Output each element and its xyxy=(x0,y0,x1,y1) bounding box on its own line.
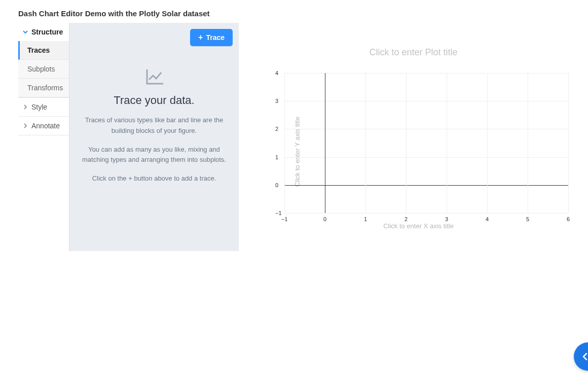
gridline-vertical xyxy=(284,73,285,213)
sidebar-item-subplots[interactable]: Subplots xyxy=(18,60,69,79)
x-tick-label: 4 xyxy=(486,216,489,222)
gridline-vertical xyxy=(365,73,366,213)
page-title: Dash Chart Editor Demo with the Plotly S… xyxy=(0,0,588,23)
empty-state-paragraph: Traces of various types like bar and lin… xyxy=(81,115,228,136)
sidebar-item-transforms[interactable]: Transforms xyxy=(18,79,69,97)
gridline-horizontal xyxy=(284,185,568,186)
gridline-vertical xyxy=(568,73,569,213)
traces-panel: + Trace Trace your data. Traces of vario… xyxy=(69,23,239,251)
x-tick-label: 1 xyxy=(364,216,367,222)
help-fab-button[interactable] xyxy=(574,342,588,371)
editor-container: Structure Traces Subplots Transforms Sty… xyxy=(0,23,588,251)
plot-grid[interactable]: −101234−10123456 xyxy=(284,73,568,213)
x-axis-title-input[interactable]: Click to enter X axis title xyxy=(264,222,573,230)
panel-topbar: + Trace xyxy=(76,29,233,46)
x-tick-label: 2 xyxy=(405,216,408,222)
gridline-vertical xyxy=(528,73,528,213)
sidebar: Structure Traces Subplots Transforms Sty… xyxy=(18,23,69,135)
y-tick-label: 0 xyxy=(275,182,278,188)
sidebar-section-structure: Structure Traces Subplots Transforms xyxy=(18,23,69,98)
gridline-horizontal xyxy=(284,129,568,129)
sidebar-item-traces[interactable]: Traces xyxy=(18,41,69,60)
empty-state: Trace your data. Traces of various types… xyxy=(76,66,233,192)
empty-state-title: Trace your data. xyxy=(81,94,228,107)
gridline-horizontal xyxy=(284,101,568,101)
chevron-right-icon xyxy=(21,103,29,111)
sidebar-header-label: Annotate xyxy=(31,122,60,130)
x-tick-label: −1 xyxy=(281,216,288,222)
gridline-vertical xyxy=(325,73,325,213)
chevron-right-icon xyxy=(21,122,29,130)
empty-state-paragraph: You can add as many as you like, mixing … xyxy=(81,145,228,166)
gridline-horizontal xyxy=(284,213,568,214)
gridline-vertical xyxy=(406,73,407,213)
sidebar-header-structure[interactable]: Structure xyxy=(18,23,69,41)
sidebar-header-style[interactable]: Style xyxy=(18,98,69,116)
y-tick-label: 4 xyxy=(275,70,278,76)
plus-icon: + xyxy=(198,33,203,42)
plot-wrap: Click to enter Y axis title −101234−1012… xyxy=(264,73,573,230)
y-tick-label: 1 xyxy=(275,154,278,160)
x-tick-label: 6 xyxy=(567,216,570,222)
x-tick-label: 5 xyxy=(526,216,529,222)
gridline-horizontal xyxy=(284,157,568,158)
chart-line-icon xyxy=(144,66,164,87)
gridline-vertical xyxy=(487,73,488,213)
sidebar-header-label: Style xyxy=(31,103,47,111)
code-icon xyxy=(582,350,588,363)
chevron-down-icon xyxy=(21,28,29,36)
y-tick-label: 2 xyxy=(275,126,278,132)
y-tick-label: −1 xyxy=(275,210,282,216)
add-trace-button[interactable]: + Trace xyxy=(190,29,233,46)
chart-area: Click to enter Plot title Click to enter… xyxy=(239,23,588,230)
x-tick-label: 3 xyxy=(445,216,448,222)
y-tick-label: 3 xyxy=(275,98,278,104)
sidebar-section-annotate: Annotate xyxy=(18,117,69,135)
sidebar-header-label: Structure xyxy=(31,28,63,36)
sidebar-section-style: Style xyxy=(18,98,69,117)
empty-state-paragraph: Click on the + button above to add a tra… xyxy=(81,173,228,184)
sidebar-header-annotate[interactable]: Annotate xyxy=(18,117,69,135)
plot-title-input[interactable]: Click to enter Plot title xyxy=(254,47,573,58)
x-tick-label: 0 xyxy=(323,216,326,222)
add-trace-label: Trace xyxy=(206,33,225,42)
gridline-vertical xyxy=(447,73,447,213)
gridline-horizontal xyxy=(284,73,568,74)
